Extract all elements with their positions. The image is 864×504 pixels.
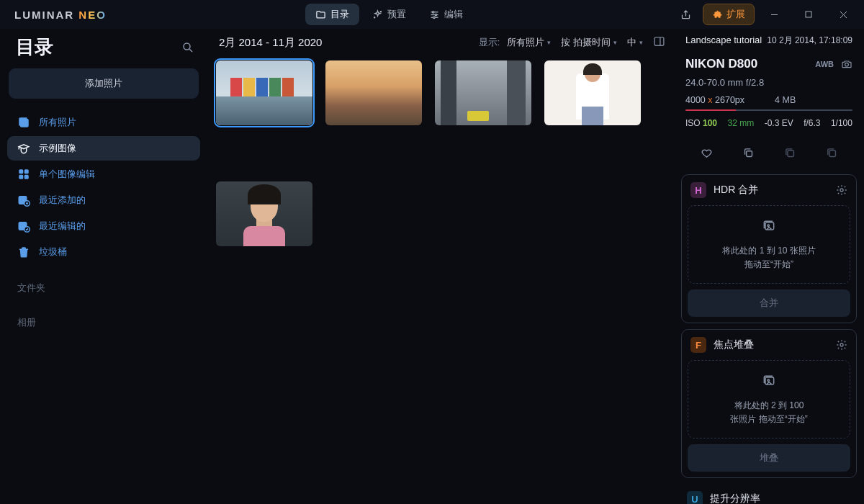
chevron-down-icon: ▾ — [613, 39, 617, 46]
upscale-icon: U — [687, 491, 703, 504]
nav-trash[interactable]: 垃圾桶 — [7, 240, 200, 264]
chevron-down-icon: ▾ — [547, 39, 551, 46]
sort-dropdown[interactable]: 按 拍摄时间▾ — [558, 35, 620, 50]
nav-all-photos[interactable]: 所有照片 — [7, 110, 200, 135]
svg-point-1 — [374, 17, 375, 17]
meta-camera: NIKON D800 — [685, 57, 757, 71]
focus-stack-card: F 焦点堆叠 将此处的 2 到 100 张照片 拖动至“开始” 堆叠 — [681, 329, 857, 478]
svg-rect-18 — [25, 176, 29, 179]
action-4[interactable] — [823, 144, 841, 164]
svg-point-29 — [840, 189, 843, 192]
share-button[interactable] — [672, 4, 698, 24]
gear-icon[interactable] — [836, 339, 847, 351]
svg-point-32 — [840, 343, 843, 346]
svg-line-13 — [189, 49, 192, 52]
thumbnail[interactable] — [544, 60, 641, 125]
trash-icon — [17, 246, 30, 258]
copy-button[interactable] — [739, 144, 757, 164]
nav-recent-added[interactable]: 最近添加的 — [7, 188, 200, 212]
nav-sample-images[interactable]: 示例图像 — [7, 136, 200, 161]
focus-icon: F — [690, 337, 706, 353]
chevron-down-icon: ▾ — [639, 39, 643, 46]
stack-icon — [826, 147, 838, 159]
window-minimize[interactable] — [759, 4, 789, 25]
minimize-icon — [770, 11, 778, 19]
size-dropdown[interactable]: 中▾ — [624, 35, 646, 50]
thumbnail[interactable] — [435, 60, 531, 125]
maximize-icon — [805, 11, 812, 18]
svg-point-25 — [845, 63, 849, 66]
svg-rect-27 — [787, 150, 793, 157]
panel-icon — [653, 35, 665, 48]
meta-dimensions: 4000 x 2670px — [685, 95, 744, 105]
hdr-icon: H — [690, 182, 706, 198]
window-close[interactable] — [828, 4, 858, 25]
thumbnail[interactable] — [216, 60, 312, 125]
action-3[interactable] — [781, 144, 799, 164]
search-icon[interactable] — [181, 41, 194, 54]
focus-dropzone[interactable]: 将此处的 2 到 100 张照片 拖动至“开始” — [688, 360, 850, 438]
show-label: 显示: — [479, 36, 500, 49]
nav-single-edit[interactable]: 单个图像编辑 — [7, 162, 200, 186]
gear-icon[interactable] — [836, 184, 847, 196]
svg-rect-23 — [654, 37, 664, 45]
svg-point-0 — [381, 11, 382, 12]
svg-rect-17 — [19, 176, 23, 179]
favorite-button[interactable] — [698, 144, 716, 164]
svg-point-7 — [433, 17, 436, 19]
sparkle-icon — [372, 9, 383, 20]
photo-stack-icon — [17, 116, 30, 129]
copy-icon — [742, 147, 755, 159]
share-icon — [680, 9, 691, 20]
heart-icon — [701, 147, 713, 159]
svg-rect-28 — [829, 150, 835, 157]
app-logo: LUMINAR NEO — [6, 9, 107, 21]
svg-point-34 — [768, 379, 770, 382]
tab-catalog[interactable]: 目录 — [305, 4, 359, 25]
svg-point-5 — [433, 11, 435, 13]
hdr-merge-card: H HDR 合并 将此处的 1 到 10 张照片 拖动至“开始” 合并 — [681, 174, 857, 323]
focus-stack-button[interactable]: 堆叠 — [688, 444, 850, 472]
camera-icon — [841, 58, 852, 70]
hdr-dropzone[interactable]: 将此处的 1 到 10 张照片 拖动至“开始” — [688, 205, 850, 284]
svg-point-6 — [436, 14, 438, 16]
meta-ev: -0.3 EV — [765, 118, 793, 128]
meta-datetime: 10 2月 2014, 17:18:09 — [767, 35, 852, 47]
nav-recent-edited[interactable]: 最近编辑的 — [7, 214, 200, 238]
date-range: 2月 2014 - 11月 2020 — [219, 36, 322, 50]
page-title: 目录 — [16, 35, 53, 60]
thumbnail[interactable] — [325, 60, 422, 125]
upscale-card: U 提升分辨率 — [678, 484, 860, 504]
sliders-icon — [429, 9, 440, 20]
svg-rect-26 — [746, 151, 752, 157]
extensions-button[interactable]: 扩展 — [703, 4, 755, 25]
meta-focal: 32 mm — [728, 118, 755, 128]
histogram-bar — [685, 109, 852, 111]
meta-iso: ISO 100 — [685, 118, 717, 128]
window-maximize[interactable] — [793, 4, 824, 25]
add-photos-button[interactable]: 添加照片 — [9, 68, 199, 99]
puzzle-icon — [712, 9, 722, 19]
svg-rect-16 — [25, 170, 29, 174]
images-icon — [696, 374, 842, 395]
single-view-toggle[interactable] — [653, 35, 665, 50]
section-folders: 文件夹 — [7, 266, 200, 300]
meta-shutter: 1/100 — [831, 118, 852, 128]
hdr-merge-button[interactable]: 合并 — [688, 289, 850, 317]
meta-aperture: f/6.3 — [804, 118, 820, 128]
show-dropdown[interactable]: 所有照片▾ — [504, 35, 554, 50]
meta-lens: 24.0-70.0 mm f/2.8 — [685, 77, 852, 88]
meta-wb: AWB — [815, 60, 834, 68]
stack-icon — [784, 147, 796, 159]
tab-edit[interactable]: 编辑 — [419, 4, 473, 25]
recent-added-icon — [17, 194, 30, 207]
grid-icon — [17, 168, 30, 181]
svg-point-31 — [768, 225, 770, 227]
svg-rect-15 — [19, 170, 23, 174]
meta-filesize: 4 MB — [775, 95, 796, 105]
metadata-panel: Landscape tutorial 10 2月 2014, 17:18:09 … — [678, 29, 860, 168]
meta-filename: Landscape tutorial — [685, 35, 762, 45]
tab-presets[interactable]: 预置 — [362, 4, 416, 25]
thumbnail[interactable] — [216, 181, 312, 246]
close-icon — [840, 11, 847, 19]
